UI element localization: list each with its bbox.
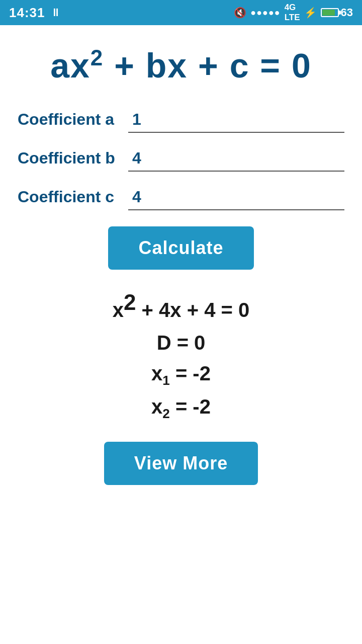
signal-icon: ●●●●●: [250, 8, 280, 18]
coefficient-c-label: Coefficient c: [18, 188, 128, 210]
network-type-icon: 4GLTE: [285, 3, 300, 23]
battery-percent: 63: [341, 6, 353, 19]
lightning-icon: ⚡: [304, 7, 317, 19]
coefficient-a-label: Coefficient a: [18, 110, 128, 133]
result-x2: x2 = -2: [18, 395, 344, 422]
result-x1: x1 = -2: [18, 362, 344, 388]
coefficient-c-row: Coefficient c: [18, 188, 344, 210]
coefficient-b-label: Coefficient b: [18, 149, 128, 172]
status-bar: 14:31 ⏸ 🔇 ●●●●● 4GLTE ⚡ 63: [0, 0, 362, 25]
coefficient-c-input[interactable]: [128, 188, 344, 210]
coefficient-b-row: Coefficient b: [18, 149, 344, 172]
status-time: 14:31: [9, 5, 45, 21]
main-content: ax2 + bx + c = 0 Coefficient a Coefficie…: [0, 25, 362, 644]
battery-icon: [321, 8, 339, 17]
result-discriminant: D = 0: [18, 332, 344, 354]
result-roots: x1 = -2 x2 = -2: [18, 362, 344, 422]
mute-icon: 🔇: [234, 7, 246, 19]
view-more-button[interactable]: View More: [104, 442, 258, 485]
formula-title: ax2 + bx + c = 0: [18, 45, 344, 85]
coefficient-b-input[interactable]: [128, 149, 344, 172]
calculate-button[interactable]: Calculate: [108, 226, 253, 270]
battery-container: 63: [321, 6, 353, 19]
pause-icon: ⏸: [50, 6, 61, 19]
result-equation: x2 + 4x + 4 = 0: [18, 290, 344, 321]
coefficient-a-input[interactable]: [128, 110, 344, 133]
coefficient-a-row: Coefficient a: [18, 110, 344, 133]
